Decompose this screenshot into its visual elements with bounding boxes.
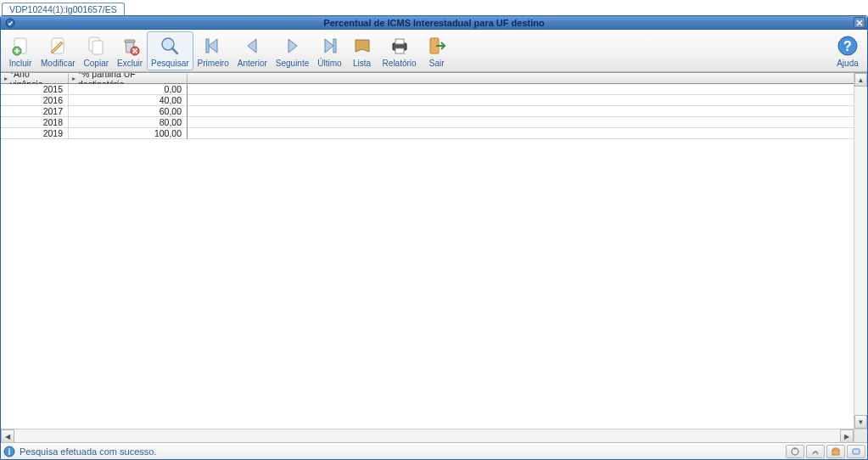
tab-strip: VDP10244(1):lg001657/ES [0,0,868,15]
cell-empty [188,117,854,128]
col-rest-header [188,73,854,84]
main-window: Percentual de ICMS Interestadual para UF… [0,15,868,460]
modificar-label: Modificar [41,59,76,68]
edit-page-icon [46,34,70,58]
col-partilha-header[interactable]: ▸*% partilha UF destinatário [69,73,188,84]
cell-ano[interactable]: 2019 [1,128,69,139]
lista-button[interactable]: Lista [346,31,378,70]
search-icon [158,34,182,58]
vertical-scrollbar[interactable]: ▲ ▼ [854,73,867,429]
svg-rect-5 [92,41,103,54]
exit-icon [425,34,449,58]
status-action-3[interactable] [826,445,845,458]
arrow-next-icon [281,34,305,58]
table-row[interactable]: 201880,00 [1,117,854,128]
table-row[interactable]: 20150,00 [1,84,854,95]
book-icon [350,34,374,58]
excluir-label: Excluir [117,59,143,68]
sair-button[interactable]: Sair [421,31,453,70]
svg-rect-12 [395,39,404,44]
sair-label: Sair [429,59,445,68]
grid-header: ▸*Ano vigência ▸*% partilha UF destinatá… [1,73,854,84]
primeiro-button[interactable]: Primeiro [193,31,233,70]
incluir-label: Incluir [9,59,32,68]
hscroll-track[interactable] [14,429,840,442]
status-action-4[interactable] [847,445,865,458]
modificar-button[interactable]: Modificar [36,31,80,70]
cell-partilha[interactable]: 60,00 [69,106,188,117]
seguinte-button[interactable]: Seguinte [272,31,313,70]
svg-rect-21 [853,449,860,454]
svg-rect-20 [832,450,839,455]
cell-empty [188,128,854,139]
info-icon: i [3,445,16,458]
table-row[interactable]: 201640,00 [1,95,854,106]
scroll-up-icon[interactable]: ▲ [854,73,867,87]
cell-partilha[interactable]: 40,00 [69,95,188,106]
status-action-1[interactable] [786,445,804,458]
close-icon[interactable] [854,17,865,28]
cell-ano[interactable]: 2017 [1,106,69,117]
relatorio-label: Relatório [383,59,417,68]
printer-icon [388,34,412,58]
svg-point-0 [6,19,14,27]
cell-ano[interactable]: 2016 [1,95,69,106]
trash-icon [118,34,142,58]
svg-text:?: ? [843,39,852,53]
table-row[interactable]: 2019100,00 [1,128,854,139]
seguinte-label: Seguinte [276,59,309,68]
svg-rect-13 [395,48,404,53]
ultimo-label: Último [317,59,341,68]
pesquisar-button[interactable]: Pesquisar [147,31,193,70]
incluir-button[interactable]: Incluir [4,31,36,70]
app-icon [4,17,16,29]
toolbar: Incluir Modificar Copiar Excluir [1,30,867,72]
status-action-2[interactable] [806,445,825,458]
arrow-last-icon [317,34,341,58]
cell-partilha[interactable]: 100,00 [69,128,188,139]
svg-rect-9 [206,39,209,53]
help-icon: ? [836,34,860,58]
excluir-button[interactable]: Excluir [113,31,147,70]
cell-empty [188,106,854,117]
svg-rect-10 [333,39,336,53]
ajuda-label: Ajuda [837,59,859,68]
statusbar: i Pesquisa efetuada com sucesso. [1,442,867,459]
primeiro-label: Primeiro [198,59,229,68]
lista-label: Lista [353,59,371,68]
arrow-first-icon [201,34,225,58]
ultimo-button[interactable]: Último [313,31,345,70]
anterior-label: Anterior [238,59,267,68]
titlebar: Percentual de ICMS Interestadual para UF… [1,16,867,30]
arrow-prev-icon [240,34,264,58]
copy-icon [84,34,108,58]
relatorio-button[interactable]: Relatório [378,31,421,70]
anterior-button[interactable]: Anterior [233,31,272,70]
copiar-label: Copiar [84,59,109,68]
copiar-button[interactable]: Copiar [80,31,113,70]
cell-partilha[interactable]: 80,00 [69,117,188,128]
cell-empty [188,84,854,95]
cell-ano[interactable]: 2015 [1,84,69,95]
scroll-right-icon[interactable]: ▶ [840,429,854,442]
status-message: Pesquisa efetuada com sucesso. [20,446,786,457]
svg-rect-6 [125,40,135,42]
cell-ano[interactable]: 2018 [1,117,69,128]
data-grid[interactable]: ▸*Ano vigência ▸*% partilha UF destinatá… [1,73,854,429]
scroll-left-icon[interactable]: ◀ [1,429,14,442]
scroll-track[interactable] [854,87,867,415]
sort-icon: ▸ [4,74,8,84]
window-title: Percentual de ICMS Interestadual para UF… [323,18,544,28]
ajuda-button[interactable]: ? Ajuda [832,31,864,70]
cell-partilha[interactable]: 0,00 [69,84,188,95]
svg-text:i: i [8,447,11,457]
cell-empty [188,95,854,106]
sort-icon: ▸ [72,74,76,84]
scroll-corner [854,429,867,442]
col-ano-header[interactable]: ▸*Ano vigência [1,73,69,84]
tab-main[interactable]: VDP10244(1):lg001657/ES [2,3,125,15]
pesquisar-label: Pesquisar [151,59,188,68]
table-row[interactable]: 201760,00 [1,106,854,117]
grid-container: ▸*Ano vigência ▸*% partilha UF destinatá… [1,72,867,442]
scroll-down-icon[interactable]: ▼ [854,415,867,429]
